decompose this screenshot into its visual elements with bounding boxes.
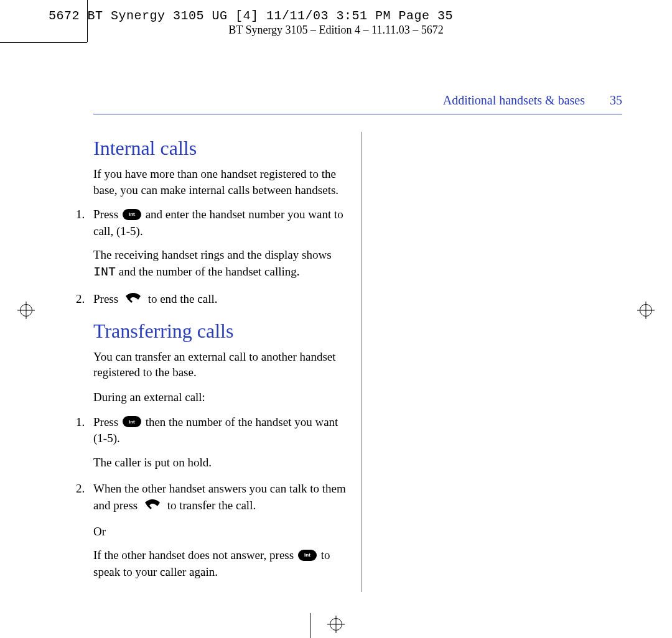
int-button-icon: Int — [123, 209, 141, 220]
heading-internal-calls: Internal calls — [93, 137, 346, 160]
crop-mark — [0, 42, 87, 43]
section-title: Additional handsets & bases — [443, 93, 585, 108]
step-or: Or — [93, 524, 346, 540]
intro-text: If you have more than one handset regist… — [93, 166, 346, 198]
steps-list: Press Int then the number of the handset… — [93, 414, 346, 581]
step-sub: The caller is put on hold. — [93, 455, 346, 471]
step-text: If the other handset does not answer, pr… — [93, 548, 297, 562]
registration-mark-icon — [327, 616, 345, 633]
running-head: Additional handsets & bases 35 — [93, 93, 622, 114]
display-code: INT — [93, 265, 116, 279]
hangup-icon — [124, 290, 142, 308]
step-text: Press — [93, 292, 121, 305]
lead-text: During an external call: — [93, 389, 346, 405]
main-column: Internal calls If you have more than one… — [93, 132, 361, 592]
column-divider — [361, 132, 362, 592]
int-button-icon: Int — [123, 416, 141, 427]
step-item: When the other handset answers you can t… — [76, 481, 346, 580]
step-text: Press — [93, 208, 121, 221]
edition-line: BT Synergy 3105 – Edition 4 – 11.11.03 –… — [0, 24, 672, 37]
intro-text: You can transfer an external call to ano… — [93, 349, 346, 381]
page-number: 35 — [610, 93, 622, 108]
page-content: Additional handsets & bases 35 Internal … — [93, 93, 622, 592]
step-text: The receiving handset rings and the disp… — [93, 248, 332, 261]
hangup-icon — [143, 496, 162, 515]
step-item: Press Int and enter the handset number y… — [76, 206, 346, 281]
registration-mark-icon — [17, 302, 35, 319]
steps-list: Press Int and enter the handset number y… — [93, 206, 346, 309]
step-sub: The receiving handset rings and the disp… — [93, 247, 346, 281]
step-item: Press Int then the number of the handset… — [76, 414, 346, 471]
print-slug: 5672 BT Synergy 3105 UG [4] 11/11/03 3:5… — [49, 9, 453, 23]
step-alt: If the other handset does not answer, pr… — [93, 547, 346, 580]
step-item: Press to end the call. — [76, 291, 346, 310]
step-text: and the number of the handset calling. — [116, 265, 299, 278]
step-text: to end the call. — [148, 292, 218, 305]
crop-mark — [87, 0, 88, 42]
step-text: to transfer the call. — [167, 499, 256, 512]
registration-mark-icon — [637, 302, 655, 319]
step-text: Press — [93, 415, 121, 428]
crop-mark — [310, 613, 310, 638]
heading-transferring-calls: Transferring calls — [93, 320, 346, 343]
int-button-icon: Int — [298, 550, 317, 561]
